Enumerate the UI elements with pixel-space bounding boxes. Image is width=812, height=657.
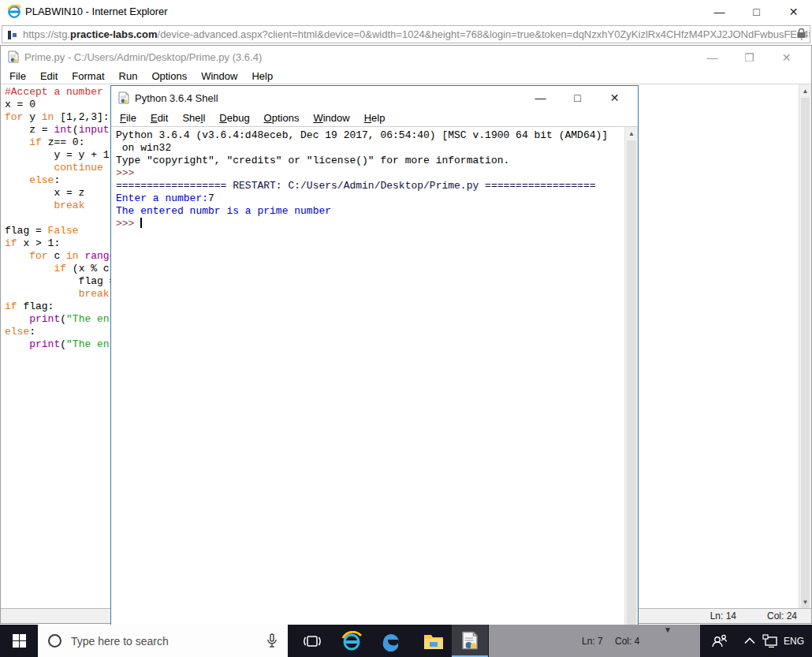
taskbar-python-idle-button[interactable]: [452, 625, 488, 657]
browser-minimize-button[interactable]: —: [701, 0, 738, 24]
editor-menu-run[interactable]: Run: [112, 70, 145, 82]
shell-text-area[interactable]: Python 3.6.4 (v3.6.4:d48eceb, Dec 19 201…: [111, 127, 638, 656]
shell-scrollbar[interactable]: ▲: [624, 127, 638, 656]
task-view-icon: [304, 634, 321, 648]
shell-maximize-button[interactable]: □: [559, 86, 596, 110]
shell-menu-help[interactable]: Help: [357, 112, 393, 124]
shell-line: ================== RESTART: C:/Users/Adm…: [116, 180, 608, 192]
text-cursor: [140, 218, 142, 228]
editor-close-button[interactable]: ✕: [768, 46, 805, 69]
shell-line: Enter a number:7: [116, 192, 608, 205]
python-idle-icon: [460, 630, 479, 651]
shell-close-button[interactable]: ✕: [596, 86, 633, 110]
windows-logo-icon: [13, 634, 26, 648]
shell-line: Python 3.6.4 (v3.6.4:d48eceb, Dec 19 201…: [116, 129, 608, 142]
shell-minimize-button[interactable]: —: [522, 86, 559, 110]
browser-maximize-button[interactable]: □: [738, 0, 775, 24]
idle-file-icon: [117, 91, 130, 104]
chevron-up-icon: [744, 637, 755, 644]
editor-menu-window[interactable]: Window: [194, 70, 244, 82]
scroll-down-icon[interactable]: ▼: [799, 595, 811, 608]
shell-line: on win32: [116, 142, 608, 155]
shell-menu-window[interactable]: Window: [306, 112, 356, 124]
browser-titlebar: PLABWIN10 - Internet Explorer — □ ✕: [0, 0, 812, 24]
shell-menu-debug[interactable]: Debug: [212, 112, 256, 124]
browser-title: PLABWIN10 - Internet Explorer: [25, 6, 168, 17]
editor-scrollbar[interactable]: ▲ ▼: [799, 84, 811, 608]
python-shell-window: Python 3.6.4 Shell — □ ✕ FileEditShellDe…: [110, 85, 639, 657]
network-icon: [762, 634, 778, 648]
edge-icon: [381, 631, 401, 651]
site-favicon-icon: [7, 29, 18, 40]
cortana-circle-icon: [48, 634, 61, 648]
shell-titlebar[interactable]: Python 3.6.4 Shell — □ ✕: [111, 86, 638, 110]
shell-line: >>>: [116, 167, 608, 180]
lock-icon: [796, 28, 806, 39]
editor-minimize-button[interactable]: —: [694, 46, 731, 69]
shell-line: The entered numbr is a prime number: [116, 205, 608, 218]
scroll-up-icon[interactable]: ▲: [799, 84, 811, 97]
taskbar-internet-explorer-button[interactable]: [333, 625, 370, 657]
editor-menu-options[interactable]: Options: [144, 70, 194, 82]
start-button[interactable]: [0, 625, 38, 657]
people-icon: [710, 633, 728, 649]
editor-column-indicator: Col: 24: [767, 610, 797, 622]
shell-column-indicator: Col: 4: [615, 636, 639, 647]
shell-menu-options[interactable]: Options: [257, 112, 307, 124]
internet-explorer-icon: [341, 631, 362, 651]
shell-menu-file[interactable]: File: [113, 112, 143, 124]
editor-line-indicator: Ln: 14: [710, 610, 736, 622]
editor-restore-button[interactable]: ❐: [731, 46, 768, 69]
address-bar[interactable]: https://stg.practice-labs.com/device-adv…: [2, 25, 810, 43]
editor-scroll-thumb[interactable]: [801, 98, 810, 608]
shell-output: Python 3.6.4 (v3.6.4:d48eceb, Dec 19 201…: [116, 129, 608, 230]
shell-menu-shell[interactable]: Shell: [175, 112, 212, 124]
taskbar-search-input[interactable]: Type here to search: [38, 625, 288, 657]
microphone-icon[interactable]: [266, 633, 277, 649]
task-view-button[interactable]: [294, 625, 330, 657]
shell-menu-edit[interactable]: Edit: [143, 112, 175, 124]
editor-menubar: FileEditFormatRunOptionsWindowHelp: [1, 68, 811, 84]
shell-menubar: FileEditShellDebugOptionsWindowHelp: [111, 110, 638, 127]
people-button[interactable]: [706, 625, 732, 657]
shell-line-indicator: Ln: 7: [582, 636, 603, 647]
editor-menu-edit[interactable]: Edit: [33, 70, 65, 82]
editor-titlebar[interactable]: Prime.py - C:/Users/Admin/Desktop/Prime.…: [1, 46, 811, 68]
taskbar-file-explorer-button[interactable]: [415, 625, 452, 657]
internet-explorer-icon: [7, 5, 21, 19]
taskbar-edge-button[interactable]: [373, 625, 409, 657]
scroll-up-icon[interactable]: ▲: [625, 127, 638, 140]
file-explorer-icon: [423, 633, 444, 650]
chevron-down-icon: ▼: [664, 625, 672, 634]
shell-line: >>>: [116, 218, 608, 230]
editor-menu-format[interactable]: Format: [65, 70, 111, 82]
taskbar: Type here to search: [0, 625, 812, 657]
shell-line: Type "copyright", "credits" or "license(…: [116, 155, 608, 167]
language-indicator[interactable]: ENG: [779, 625, 809, 657]
search-placeholder: Type here to search: [71, 635, 266, 648]
browser-close-button[interactable]: ✕: [775, 0, 812, 24]
idle-file-icon: [7, 50, 20, 63]
shell-scroll-thumb[interactable]: [627, 140, 636, 629]
editor-menu-help[interactable]: Help: [244, 70, 280, 82]
shell-title: Python 3.6.4 Shell: [135, 92, 218, 104]
editor-menu-file[interactable]: File: [2, 70, 33, 82]
url-domain: practice-labs.com: [70, 28, 158, 40]
url-prefix: https://stg.: [23, 28, 70, 40]
editor-title: Prime.py - C:/Users/Admin/Desktop/Prime.…: [24, 51, 262, 63]
url-path: /device-advanced.aspx?client=html&device…: [158, 28, 810, 40]
browser-url-row: https://stg.practice-labs.com/device-adv…: [0, 24, 812, 45]
shell-statusbar: Ln: 7 Col: 4 ▼: [489, 625, 700, 657]
